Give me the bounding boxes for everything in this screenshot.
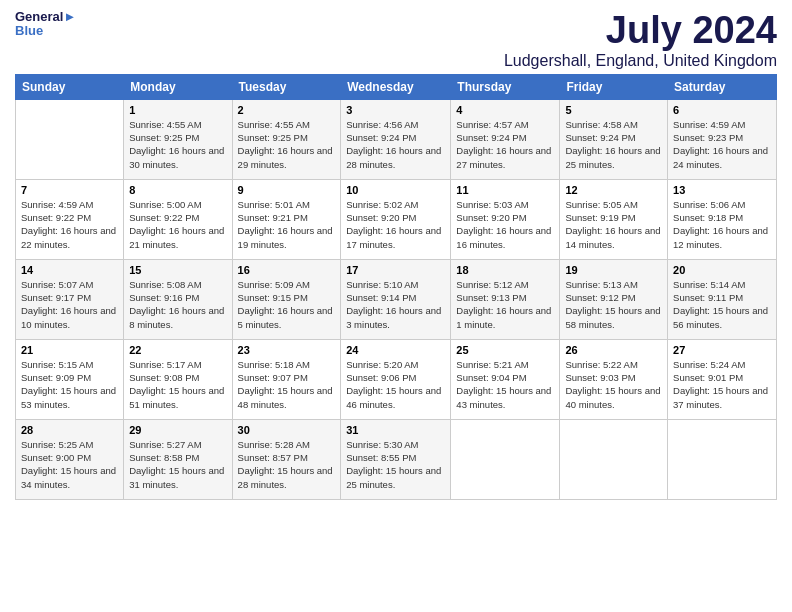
calendar-cell: 14 Sunrise: 5:07 AMSunset: 9:17 PMDaylig… <box>16 259 124 339</box>
header-saturday: Saturday <box>668 74 777 99</box>
day-info: Sunrise: 4:59 AMSunset: 9:22 PMDaylight:… <box>21 199 116 250</box>
calendar-cell: 12 Sunrise: 5:05 AMSunset: 9:19 PMDaylig… <box>560 179 668 259</box>
location-subtitle: Ludgershall, England, United Kingdom <box>504 52 777 70</box>
day-number: 7 <box>21 184 118 196</box>
day-number: 27 <box>673 344 771 356</box>
day-number: 13 <box>673 184 771 196</box>
day-info: Sunrise: 5:07 AMSunset: 9:17 PMDaylight:… <box>21 279 116 330</box>
day-number: 29 <box>129 424 226 436</box>
calendar-cell: 25 Sunrise: 5:21 AMSunset: 9:04 PMDaylig… <box>451 339 560 419</box>
header-row: General► Blue July 2024 Ludgershall, Eng… <box>15 10 777 70</box>
day-number: 26 <box>565 344 662 356</box>
day-info: Sunrise: 5:17 AMSunset: 9:08 PMDaylight:… <box>129 359 224 410</box>
calendar-week-row: 28 Sunrise: 5:25 AMSunset: 9:00 PMDaylig… <box>16 419 777 499</box>
day-number: 2 <box>238 104 336 116</box>
calendar-cell <box>16 99 124 179</box>
day-number: 18 <box>456 264 554 276</box>
day-number: 15 <box>129 264 226 276</box>
day-number: 28 <box>21 424 118 436</box>
header-sunday: Sunday <box>16 74 124 99</box>
calendar-cell: 29 Sunrise: 5:27 AMSunset: 8:58 PMDaylig… <box>124 419 232 499</box>
day-info: Sunrise: 5:18 AMSunset: 9:07 PMDaylight:… <box>238 359 333 410</box>
calendar-cell: 10 Sunrise: 5:02 AMSunset: 9:20 PMDaylig… <box>341 179 451 259</box>
day-info: Sunrise: 5:28 AMSunset: 8:57 PMDaylight:… <box>238 439 333 490</box>
day-number: 20 <box>673 264 771 276</box>
calendar-cell <box>560 419 668 499</box>
day-info: Sunrise: 4:55 AMSunset: 9:25 PMDaylight:… <box>238 119 333 170</box>
day-info: Sunrise: 5:14 AMSunset: 9:11 PMDaylight:… <box>673 279 768 330</box>
day-number: 17 <box>346 264 445 276</box>
calendar-table: Sunday Monday Tuesday Wednesday Thursday… <box>15 74 777 500</box>
calendar-cell: 17 Sunrise: 5:10 AMSunset: 9:14 PMDaylig… <box>341 259 451 339</box>
calendar-body: 1 Sunrise: 4:55 AMSunset: 9:25 PMDayligh… <box>16 99 777 499</box>
day-info: Sunrise: 5:10 AMSunset: 9:14 PMDaylight:… <box>346 279 441 330</box>
title-section: July 2024 Ludgershall, England, United K… <box>504 10 777 70</box>
calendar-cell <box>451 419 560 499</box>
day-info: Sunrise: 5:24 AMSunset: 9:01 PMDaylight:… <box>673 359 768 410</box>
header-wednesday: Wednesday <box>341 74 451 99</box>
day-info: Sunrise: 4:59 AMSunset: 9:23 PMDaylight:… <box>673 119 768 170</box>
day-number: 14 <box>21 264 118 276</box>
day-number: 22 <box>129 344 226 356</box>
day-info: Sunrise: 5:12 AMSunset: 9:13 PMDaylight:… <box>456 279 551 330</box>
day-number: 6 <box>673 104 771 116</box>
day-number: 11 <box>456 184 554 196</box>
calendar-cell: 5 Sunrise: 4:58 AMSunset: 9:24 PMDayligh… <box>560 99 668 179</box>
day-info: Sunrise: 5:20 AMSunset: 9:06 PMDaylight:… <box>346 359 441 410</box>
calendar-cell: 1 Sunrise: 4:55 AMSunset: 9:25 PMDayligh… <box>124 99 232 179</box>
day-number: 16 <box>238 264 336 276</box>
day-info: Sunrise: 5:21 AMSunset: 9:04 PMDaylight:… <box>456 359 551 410</box>
calendar-week-row: 1 Sunrise: 4:55 AMSunset: 9:25 PMDayligh… <box>16 99 777 179</box>
calendar-cell <box>668 419 777 499</box>
calendar-cell: 6 Sunrise: 4:59 AMSunset: 9:23 PMDayligh… <box>668 99 777 179</box>
day-info: Sunrise: 4:55 AMSunset: 9:25 PMDaylight:… <box>129 119 224 170</box>
calendar-cell: 11 Sunrise: 5:03 AMSunset: 9:20 PMDaylig… <box>451 179 560 259</box>
day-info: Sunrise: 5:13 AMSunset: 9:12 PMDaylight:… <box>565 279 660 330</box>
calendar-cell: 31 Sunrise: 5:30 AMSunset: 8:55 PMDaylig… <box>341 419 451 499</box>
day-number: 8 <box>129 184 226 196</box>
day-number: 30 <box>238 424 336 436</box>
day-number: 21 <box>21 344 118 356</box>
calendar-week-row: 14 Sunrise: 5:07 AMSunset: 9:17 PMDaylig… <box>16 259 777 339</box>
month-year-title: July 2024 <box>504 10 777 52</box>
header-thursday: Thursday <box>451 74 560 99</box>
day-info: Sunrise: 5:30 AMSunset: 8:55 PMDaylight:… <box>346 439 441 490</box>
calendar-cell: 15 Sunrise: 5:08 AMSunset: 9:16 PMDaylig… <box>124 259 232 339</box>
header-friday: Friday <box>560 74 668 99</box>
calendar-cell: 30 Sunrise: 5:28 AMSunset: 8:57 PMDaylig… <box>232 419 341 499</box>
day-number: 1 <box>129 104 226 116</box>
day-info: Sunrise: 5:03 AMSunset: 9:20 PMDaylight:… <box>456 199 551 250</box>
calendar-cell: 23 Sunrise: 5:18 AMSunset: 9:07 PMDaylig… <box>232 339 341 419</box>
calendar-cell: 20 Sunrise: 5:14 AMSunset: 9:11 PMDaylig… <box>668 259 777 339</box>
day-info: Sunrise: 5:09 AMSunset: 9:15 PMDaylight:… <box>238 279 333 330</box>
day-info: Sunrise: 5:27 AMSunset: 8:58 PMDaylight:… <box>129 439 224 490</box>
day-number: 24 <box>346 344 445 356</box>
calendar-cell: 26 Sunrise: 5:22 AMSunset: 9:03 PMDaylig… <box>560 339 668 419</box>
calendar-cell: 19 Sunrise: 5:13 AMSunset: 9:12 PMDaylig… <box>560 259 668 339</box>
day-info: Sunrise: 4:57 AMSunset: 9:24 PMDaylight:… <box>456 119 551 170</box>
day-number: 4 <box>456 104 554 116</box>
calendar-cell: 9 Sunrise: 5:01 AMSunset: 9:21 PMDayligh… <box>232 179 341 259</box>
day-number: 9 <box>238 184 336 196</box>
calendar-cell: 7 Sunrise: 4:59 AMSunset: 9:22 PMDayligh… <box>16 179 124 259</box>
weekday-header-row: Sunday Monday Tuesday Wednesday Thursday… <box>16 74 777 99</box>
day-number: 10 <box>346 184 445 196</box>
day-info: Sunrise: 4:56 AMSunset: 9:24 PMDaylight:… <box>346 119 441 170</box>
calendar-cell: 13 Sunrise: 5:06 AMSunset: 9:18 PMDaylig… <box>668 179 777 259</box>
day-number: 31 <box>346 424 445 436</box>
day-info: Sunrise: 5:22 AMSunset: 9:03 PMDaylight:… <box>565 359 660 410</box>
calendar-cell: 22 Sunrise: 5:17 AMSunset: 9:08 PMDaylig… <box>124 339 232 419</box>
day-info: Sunrise: 5:00 AMSunset: 9:22 PMDaylight:… <box>129 199 224 250</box>
day-info: Sunrise: 5:08 AMSunset: 9:16 PMDaylight:… <box>129 279 224 330</box>
calendar-header: Sunday Monday Tuesday Wednesday Thursday… <box>16 74 777 99</box>
day-info: Sunrise: 5:02 AMSunset: 9:20 PMDaylight:… <box>346 199 441 250</box>
calendar-cell: 16 Sunrise: 5:09 AMSunset: 9:15 PMDaylig… <box>232 259 341 339</box>
header-monday: Monday <box>124 74 232 99</box>
day-info: Sunrise: 5:05 AMSunset: 9:19 PMDaylight:… <box>565 199 660 250</box>
day-number: 23 <box>238 344 336 356</box>
day-number: 5 <box>565 104 662 116</box>
day-number: 3 <box>346 104 445 116</box>
logo: General► Blue <box>15 10 76 39</box>
calendar-cell: 28 Sunrise: 5:25 AMSunset: 9:00 PMDaylig… <box>16 419 124 499</box>
day-number: 25 <box>456 344 554 356</box>
